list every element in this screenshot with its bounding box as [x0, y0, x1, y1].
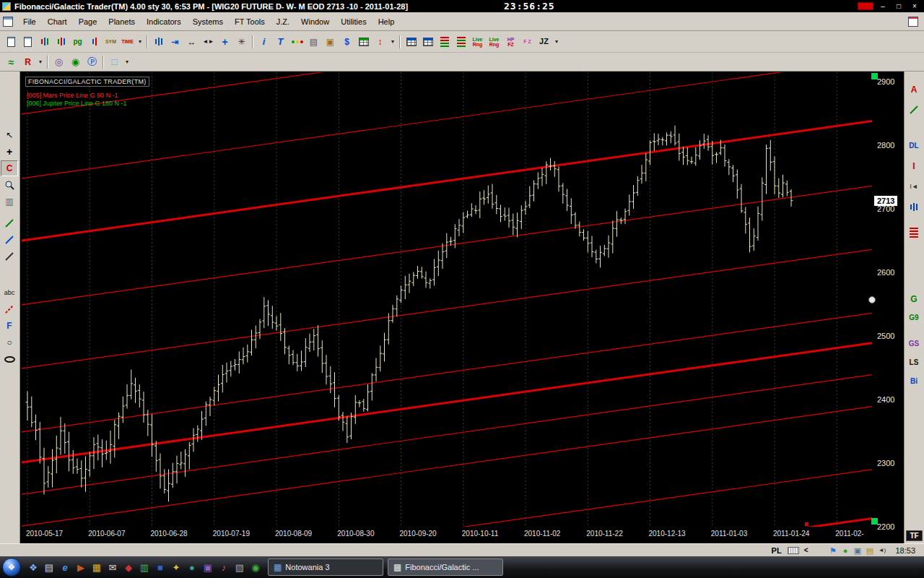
ql-green-orb-button[interactable]: ◉: [248, 558, 263, 576]
zoom-tool-button[interactable]: [1, 177, 18, 193]
c-tool-button[interactable]: C: [1, 160, 18, 176]
minimize-button[interactable]: –: [876, 1, 889, 11]
task-notowania-taskbutton[interactable]: ▦Notowania 3: [268, 558, 383, 576]
tray-monitor-icon[interactable]: ▣: [851, 545, 863, 556]
ellipse-tool-button[interactable]: [1, 351, 18, 367]
i-arrow-button[interactable]: I◄: [905, 178, 923, 194]
language-indicator[interactable]: PL: [768, 546, 785, 555]
jz-dropdown-button[interactable]: ▾: [552, 34, 561, 50]
dashed-line-tool-button[interactable]: [1, 301, 18, 317]
planet-p-tool-button[interactable]: Ⓟ: [84, 54, 100, 70]
trendline-green-tool-button[interactable]: [1, 215, 18, 231]
snowflake-button[interactable]: ✳: [233, 34, 250, 50]
menu-planets[interactable]: Planets: [103, 14, 141, 29]
close-button[interactable]: ×: [908, 1, 921, 11]
traffic-light-button[interactable]: [289, 34, 305, 50]
text-note-button[interactable]: T: [272, 34, 289, 50]
dl-tool-button[interactable]: DL: [905, 138, 923, 154]
print-button[interactable]: ▤: [305, 34, 322, 50]
ql-window-button[interactable]: ▤: [41, 558, 57, 576]
ql-media-button[interactable]: ▶: [73, 558, 89, 576]
chart-type-dropdown-button[interactable]: ▾: [136, 34, 144, 50]
start-button[interactable]: ❖: [2, 558, 21, 577]
bar-chart-a-button[interactable]: [36, 34, 53, 50]
ql-purple-app-button[interactable]: ▣: [200, 558, 216, 576]
quote-grid-button[interactable]: [355, 34, 372, 50]
trendline-black-tool-button[interactable]: [1, 249, 18, 264]
ql-chart-app-button[interactable]: ▥: [136, 558, 152, 576]
menu-file[interactable]: File: [17, 14, 42, 29]
time-window-button[interactable]: TIME: [119, 34, 136, 50]
ql-teal-app-button[interactable]: ●: [184, 558, 200, 576]
new-chart-button[interactable]: [3, 34, 19, 50]
i-lines-button[interactable]: I: [905, 158, 923, 174]
fz-button[interactable]: F Z: [519, 34, 536, 50]
chart-area[interactable]: FIBONACCI/GALACTIC TRADER(TM) [005] Mars…: [20, 72, 904, 543]
open-chart-button[interactable]: [19, 34, 36, 50]
rotation-tool-button[interactable]: R: [19, 54, 36, 70]
crosshair-tool-button[interactable]: +: [1, 144, 18, 160]
menu-j-z[interactable]: J.Z.: [271, 14, 295, 29]
menu-window[interactable]: Window: [295, 14, 335, 29]
pointer-tool-button[interactable]: ↖: [1, 127, 18, 143]
menu-page[interactable]: Page: [73, 14, 103, 29]
package-button[interactable]: ▣: [322, 34, 339, 50]
h-lines-button[interactable]: [905, 225, 923, 241]
ql-note-app-button[interactable]: ♪: [216, 558, 232, 576]
menu-help[interactable]: Help: [372, 14, 401, 29]
cascade-windows-button[interactable]: [419, 34, 436, 50]
circle-tool-button[interactable]: ○: [1, 335, 18, 350]
live-range-a-button[interactable]: LiveRng: [469, 34, 486, 50]
menu-utilities[interactable]: Utilities: [335, 14, 372, 29]
menu-systems[interactable]: Systems: [187, 14, 229, 29]
line-chart-button[interactable]: [86, 34, 103, 50]
tray-flag-icon[interactable]: ⚑: [827, 545, 839, 556]
g-line-button[interactable]: G: [905, 291, 923, 307]
ql-mail-button[interactable]: ✉: [105, 558, 121, 576]
price-scale-button[interactable]: ↕: [372, 34, 388, 50]
ql-red-app-button[interactable]: ◆: [121, 558, 136, 576]
bi-line-button[interactable]: Bi: [905, 374, 923, 389]
stripes-a-button[interactable]: [436, 34, 453, 50]
ql-show-desktop-button[interactable]: ❖: [25, 558, 41, 576]
ql-folder-button[interactable]: ▦: [89, 558, 105, 576]
ls-line-button[interactable]: LS: [905, 355, 923, 371]
hp-fz-button[interactable]: HPFZ: [502, 34, 519, 50]
ql-star-app-button[interactable]: ✦: [168, 558, 184, 576]
astro-a-button[interactable]: A: [905, 82, 923, 98]
expand-horizontal-button[interactable]: ↔: [183, 34, 200, 50]
text-label-tool-button[interactable]: abc: [1, 285, 18, 301]
tray-chart-icon[interactable]: ▤: [863, 545, 876, 556]
draw-line-button[interactable]: [905, 102, 923, 118]
tray-chevron-icon[interactable]: <: [801, 546, 811, 554]
jz-button[interactable]: JZ: [536, 34, 552, 50]
price-scale-dropdown-button[interactable]: ▾: [388, 34, 397, 50]
ql-blue-app-button[interactable]: ■: [152, 558, 168, 576]
page-group-button[interactable]: pg: [69, 34, 86, 50]
shift-right-button[interactable]: ⇥: [167, 34, 183, 50]
dollar-button[interactable]: $: [339, 34, 355, 50]
menu-chart[interactable]: Chart: [42, 14, 73, 29]
wave-tool-button[interactable]: ≈: [3, 54, 19, 70]
maximize-button[interactable]: □: [892, 1, 905, 11]
tray-volume-icon[interactable]: ◄): [876, 545, 888, 556]
menu-ft-tools[interactable]: FT Tools: [229, 14, 271, 29]
rotation-dropdown-button[interactable]: ▾: [36, 54, 45, 70]
v-bars-button[interactable]: [905, 199, 923, 215]
price-chart[interactable]: [22, 72, 872, 527]
candlestick-button[interactable]: [150, 34, 167, 50]
conjunction-tool-button[interactable]: ◎: [51, 54, 67, 70]
ql-browser-button[interactable]: e: [57, 558, 73, 576]
bank-tool-button[interactable]: ▥: [1, 194, 18, 210]
box-tool-button[interactable]: □: [106, 54, 123, 70]
task-fibonacci-taskbutton[interactable]: ▩Fibonacci/Galactic ...: [388, 558, 503, 576]
menu-indicators[interactable]: Indicators: [141, 14, 187, 29]
keyboard-icon[interactable]: [788, 547, 799, 554]
info-button[interactable]: i: [256, 34, 272, 50]
fibonacci-tool-button[interactable]: F: [1, 318, 18, 334]
fit-width-button[interactable]: ◄►: [200, 34, 217, 50]
scale-handle-icon[interactable]: [868, 296, 876, 303]
g9-line-button[interactable]: G9: [905, 310, 923, 326]
trendline-blue-tool-button[interactable]: [1, 232, 18, 248]
symbol-list-button[interactable]: SYM: [103, 34, 119, 50]
